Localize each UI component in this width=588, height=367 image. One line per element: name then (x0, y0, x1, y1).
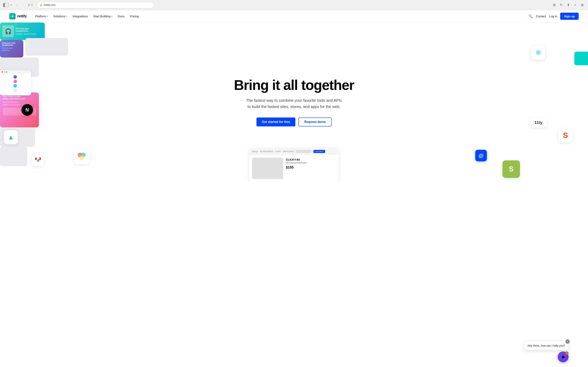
tabs-overview-button[interactable]: ⊞ (579, 2, 585, 8)
translate-button[interactable]: ⊞ (552, 2, 557, 8)
get-started-button[interactable]: Get started for free (257, 117, 295, 126)
react-icon: ⚛ (531, 46, 545, 60)
browser-chrome: ▼ ‹ › ℹ 🛡 🔒 netlify.com ⊞ ↻ ⬆ + ⊞ (0, 0, 588, 10)
hero-buttons: Get started for free Request demo (234, 117, 354, 126)
nav-integrations-label: Integrations (72, 15, 88, 18)
svelte-symbol: S (563, 131, 568, 140)
tab-chevron-down: ▼ (10, 4, 12, 6)
svg-point-2 (81, 153, 86, 157)
keyboard-product-name: CLICKY-84 (286, 158, 336, 161)
navbar: netlify Platform ▾ Solutions ▾ Integrati… (0, 10, 588, 23)
start-building-chevron: ▾ (112, 15, 112, 17)
sidebar-toggle-button[interactable] (3, 3, 9, 7)
svelte-icon: S (558, 128, 572, 142)
teal-accent-card (574, 52, 588, 65)
nav-integrations[interactable]: Integrations (70, 13, 90, 19)
dashboard-screenshot (0, 70, 31, 95)
shopify-icon: S (502, 160, 520, 178)
forward-button[interactable]: › (21, 2, 26, 8)
keyboard-image (252, 158, 283, 179)
shield-icon: 🛡 (31, 3, 33, 7)
nav-docs[interactable]: Docs (115, 13, 127, 19)
keyboard-card-body: CLICKY-84 Mechanical Keyboard $195 (249, 155, 339, 182)
lock-icon: 🔒 (40, 4, 42, 6)
search-button[interactable]: 🔍 (528, 14, 533, 18)
browser-tab-area: ▼ (3, 3, 12, 7)
request-demo-button[interactable]: Request demo (298, 117, 331, 126)
hero-content: Bring it all together The fastest way to… (230, 78, 358, 126)
pink-gradient-card: Your Color GuideMake your home cool Disc… (0, 92, 39, 127)
share-button[interactable]: ⬆ (565, 2, 571, 8)
eleventy-text: 11ty (535, 120, 542, 125)
address-bar[interactable]: 🔒 netlify.com (37, 2, 154, 8)
headphones-subtitle: Wireless · Premium Sound (16, 33, 36, 35)
new-tab-button[interactable]: + (572, 2, 578, 8)
nav-docs-label: Docs (118, 15, 124, 18)
browser-privacy-icons: ℹ 🛡 (28, 3, 33, 7)
vue-icon: ▲ (4, 130, 18, 144)
gray-placeholder-top-right (0, 58, 39, 77)
chromatic-icon (74, 149, 89, 164)
storybook-image: 🐶 (35, 156, 41, 163)
purple-card: Find your nextheadphones Premium audioex… (0, 40, 23, 58)
headphones-image: 🎧 (2, 25, 14, 37)
keyboard-search-bar (296, 150, 311, 153)
nav-platform[interactable]: Platform ▾ (33, 13, 50, 19)
nav-pricing[interactable]: Pricing (128, 13, 141, 19)
gray-placeholder-bottom-right (0, 147, 27, 166)
gray-placeholder-bottom-left (0, 127, 35, 147)
keyboard-tab-2: CAPS (275, 150, 281, 153)
screenshot-placeholder-top-left (25, 38, 68, 56)
buy-now-btn: Buy Now (313, 150, 325, 153)
storybook-icon: 🐶 (32, 153, 44, 166)
contact-link[interactable]: Contact (536, 15, 546, 18)
navbar-nav: Platform ▾ Solutions ▾ Integrations Star… (33, 13, 529, 19)
keyboard-card-header: alt/opt KEYBOARDS CAPS SWITCHES Buy Now (249, 148, 339, 155)
nav-pricing-label: Pricing (130, 15, 139, 18)
svg-point-1 (78, 153, 82, 157)
browser-actions: ⊞ ↻ ⬆ + ⊞ (552, 2, 585, 8)
navbar-right: 🔍 Contact Log in Sign up (528, 13, 579, 20)
nextjs-icon: N (21, 104, 33, 116)
shopify-symbol: S (509, 165, 513, 173)
nav-start-building[interactable]: Start Building ▾ (91, 13, 114, 19)
at-symbol: @ (478, 153, 483, 159)
hero-subtitle: The fastest way to combine your favorite… (234, 97, 354, 110)
keyboard-brand: alt/opt (252, 150, 258, 153)
keyboard-product-price: $195 (286, 166, 336, 169)
keyboard-tab-3: SWITCHES (283, 150, 294, 153)
at-icon: @ (475, 150, 487, 161)
nav-platform-label: Platform (35, 15, 46, 18)
svg-point-3 (79, 155, 84, 160)
nextjs-letter: N (26, 107, 29, 113)
eleventy-icon: 11ty (530, 118, 547, 127)
platform-chevron: ▾ (47, 15, 48, 17)
purple-card-title: Find your nextheadphones (2, 42, 21, 46)
vue-symbol: ▲ (8, 134, 14, 141)
keyboard-tab-1: KEYBOARDS (260, 150, 273, 153)
hero-title: Bring it all together (234, 78, 354, 93)
solutions-chevron: ▾ (66, 15, 67, 17)
headphones-title: The next-genheadphones (16, 27, 36, 32)
signup-button[interactable]: Sign up (560, 13, 579, 20)
keyboard-product-sub: Mechanical Keyboard (286, 162, 336, 164)
netlify-logo[interactable]: netlify (9, 13, 27, 19)
nav-start-building-label: Start Building (93, 15, 111, 18)
login-link[interactable]: Log in (549, 15, 557, 18)
headphones-card: 🎧 The next-genheadphones Wireless · Prem… (0, 23, 45, 40)
hero-section: N ▲ 🎧 The next-genheadphones Wireless · … (0, 23, 588, 182)
keyboard-info: CLICKY-84 Mechanical Keyboard $195 (286, 158, 336, 179)
reload-button[interactable]: ↻ (558, 2, 564, 8)
browser-nav-buttons: ‹ › (14, 2, 26, 8)
netlify-logo-icon (9, 13, 16, 19)
gray-placeholder-top-right-2 (0, 77, 29, 92)
back-button[interactable]: ‹ (14, 2, 20, 8)
url-text: netlify.com (43, 3, 55, 6)
nav-solutions[interactable]: Solutions ▾ (51, 13, 69, 19)
info-icon: ℹ (28, 3, 29, 7)
nav-solutions-label: Solutions (53, 15, 65, 18)
purple-card-text: Premium audioexperience (2, 47, 21, 51)
pink-card-text: Discover the perfectpalette for your spa… (3, 101, 36, 106)
keyboard-product-card: alt/opt KEYBOARDS CAPS SWITCHES Buy Now … (249, 148, 339, 182)
netlify-logo-text: netlify (17, 14, 27, 18)
